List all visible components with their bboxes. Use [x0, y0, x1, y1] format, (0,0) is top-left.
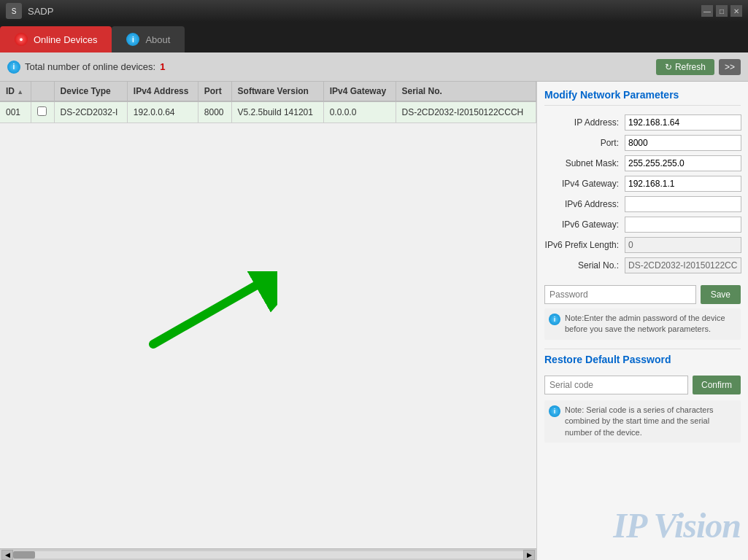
ipv4-gateway-label: IPv4 Gateway: [544, 179, 625, 189]
serial-code-input[interactable] [544, 376, 688, 394]
app-logo: S [6, 3, 22, 19]
device-count: 1 [160, 61, 165, 72]
title-bar-left: S SADP [6, 3, 53, 19]
scroll-left-arrow[interactable]: ◀ [1, 550, 13, 560]
note-text: Note:Enter the admin password of the dev… [565, 313, 736, 335]
note2-info-icon: i [549, 405, 560, 417]
subnet-mask-label: Subnet Mask: [544, 158, 625, 168]
serial-code-row: Confirm [544, 376, 741, 394]
ipv4-gateway-input[interactable] [625, 176, 741, 192]
title-bar: S SADP — □ ✕ [0, 0, 748, 22]
ipv6-gateway-label: IPv6 Gateway: [544, 219, 625, 230]
online-devices-icon: ● [15, 33, 28, 46]
scroll-right-arrow[interactable]: ▶ [523, 550, 535, 560]
ipv6-prefix-input[interactable] [625, 237, 741, 253]
watermark: IP Vision [613, 505, 741, 545]
toolbar-left: i Total number of online devices: 1 [7, 61, 165, 74]
port-label: Port: [544, 138, 625, 148]
main-content: i Total number of online devices: 1 ↻ Re… [0, 52, 748, 560]
device-table: ID ▲ Device Type IPv4 Address P [0, 82, 536, 123]
cell-serial: DS-2CD2032-I20150122CCCH [396, 101, 536, 123]
about-icon: i [126, 33, 139, 46]
tab-about-label: About [145, 34, 170, 45]
sort-icon-id: ▲ [17, 88, 23, 96]
ip-address-input[interactable] [625, 114, 741, 131]
toolbar: i Total number of online devices: 1 ↻ Re… [0, 52, 748, 82]
cell-software: V5.2.5build 141201 [231, 101, 323, 123]
ipv6-gateway-input[interactable] [625, 217, 741, 233]
cell-ipv4: 192.0.0.64 [127, 101, 198, 123]
col-ipv4: IPv4 Address [127, 82, 198, 101]
cell-device-type: DS-2CD2032-I [54, 101, 127, 123]
ipv6-prefix-label: IPv6 Prefix Length: [544, 240, 625, 250]
info-icon: i [7, 61, 20, 74]
port-row: Port: [544, 135, 741, 151]
restore-default-title: Restore Default Password [544, 349, 741, 368]
subnet-mask-input[interactable] [625, 155, 741, 171]
right-panel: Modify Network Parameters IP Address: Po… [536, 82, 748, 560]
note-info-icon: i [549, 314, 560, 325]
ip-address-label: IP Address: [544, 117, 625, 128]
col-software: Software Version [231, 82, 323, 101]
row-checkbox[interactable] [37, 106, 47, 116]
subnet-mask-row: Subnet Mask: [544, 155, 741, 171]
table-row[interactable]: 001 DS-2CD2032-I 192.0.0.64 8000 V5.2.5b… [0, 101, 536, 123]
app-title: SADP [28, 6, 53, 17]
table-scroll[interactable]: ID ▲ Device Type IPv4 Address P [0, 82, 536, 315]
ipv6-address-label: IPv6 Address: [544, 199, 625, 209]
tab-about[interactable]: i About [112, 26, 185, 52]
refresh-icon: ↻ [665, 62, 672, 72]
password-input[interactable] [544, 285, 696, 304]
col-gateway: IPv4 Gateway [323, 82, 396, 101]
tab-bar: ● Online Devices i About [0, 22, 748, 52]
ipv6-address-input[interactable] [625, 196, 741, 212]
scrollbar-track[interactable] [13, 551, 523, 559]
cell-port: 8000 [198, 101, 231, 123]
refresh-button[interactable]: ↻ Refresh [656, 59, 714, 75]
refresh-label: Refresh [675, 62, 706, 72]
serial-no-row: Serial No.: [544, 257, 741, 273]
table-header-row: ID ▲ Device Type IPv4 Address P [0, 82, 536, 101]
note2-text: Note: Serial code is a series of charact… [565, 405, 736, 438]
col-id: ID ▲ [0, 82, 31, 101]
cell-gateway: 0.0.0.0 [323, 101, 396, 123]
content-wrapper: ID ▲ Device Type IPv4 Address P [0, 82, 748, 560]
horizontal-scrollbar[interactable]: ◀ ▶ [0, 548, 536, 560]
password-row: Save [544, 285, 741, 304]
minimize-button[interactable]: — [701, 5, 713, 17]
close-button[interactable]: ✕ [730, 5, 742, 17]
toolbar-right: ↻ Refresh >> [656, 59, 741, 75]
cell-id: 001 [0, 101, 31, 123]
modify-network-title: Modify Network Parameters [544, 89, 741, 106]
ipv6-gateway-row: IPv6 Gateway: [544, 217, 741, 233]
note-box-2: i Note: Serial code is a series of chara… [544, 400, 741, 443]
ipv6-address-row: IPv6 Address: [544, 196, 741, 212]
port-input[interactable] [625, 135, 741, 151]
col-checkbox [31, 82, 54, 101]
note-box: i Note:Enter the admin password of the d… [544, 308, 741, 340]
ipv4-gateway-row: IPv4 Gateway: [544, 176, 741, 192]
serial-no-input[interactable] [625, 257, 741, 273]
tab-online-devices[interactable]: ● Online Devices [0, 26, 112, 52]
serial-no-label: Serial No.: [544, 260, 625, 271]
total-label: Total number of online devices: [25, 61, 155, 72]
ip-address-row: IP Address: [544, 114, 741, 131]
save-button[interactable]: Save [701, 285, 741, 304]
confirm-button[interactable]: Confirm [693, 376, 741, 394]
ipv6-prefix-row: IPv6 Prefix Length: [544, 237, 741, 253]
more-button[interactable]: >> [719, 59, 741, 75]
cell-checkbox[interactable] [31, 101, 54, 123]
tab-online-devices-label: Online Devices [34, 34, 97, 45]
title-bar-controls: — □ ✕ [701, 5, 742, 17]
device-list-panel: ID ▲ Device Type IPv4 Address P [0, 82, 536, 560]
maximize-button[interactable]: □ [716, 5, 728, 17]
col-device-type: Device Type [54, 82, 127, 101]
scrollbar-thumb[interactable] [13, 551, 35, 559]
col-serial: Serial No. [396, 82, 536, 101]
col-port: Port [198, 82, 231, 101]
